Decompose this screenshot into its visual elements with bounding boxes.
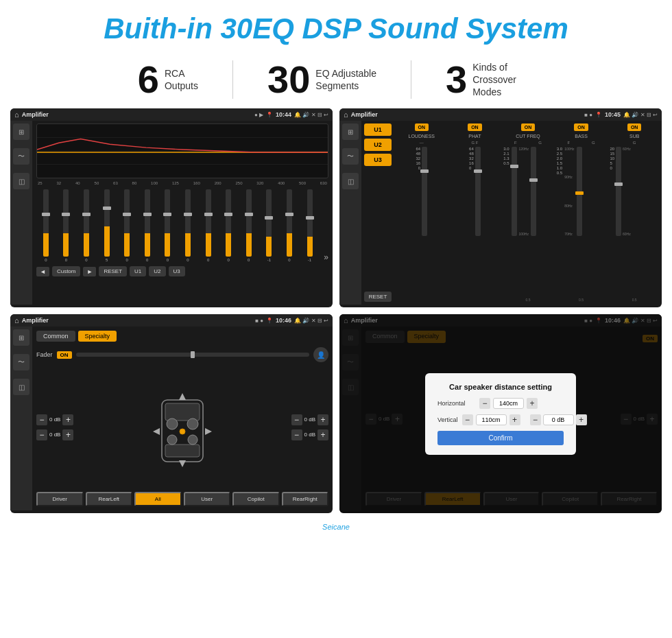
eq-u2-btn[interactable]: U2 bbox=[149, 266, 165, 276]
fader-on-badge[interactable]: ON bbox=[57, 351, 72, 359]
stat-crossover-number: 3 bbox=[446, 60, 467, 99]
stat-rca-number: 6 bbox=[138, 60, 159, 99]
eq-next-btn[interactable]: ► bbox=[83, 267, 96, 276]
fader-home-icon[interactable]: ⌂ bbox=[14, 316, 19, 324]
stat-rca-label: RCA Outputs bbox=[165, 67, 198, 92]
loudness-on-btn[interactable]: ON bbox=[415, 123, 429, 131]
bass-on-btn[interactable]: ON bbox=[574, 123, 588, 131]
eq-freq-labels: 2532405063 80100125160200 25032040050063… bbox=[36, 181, 328, 185]
home-icon[interactable]: ⌂ bbox=[14, 110, 19, 119]
amp-u2-btn[interactable]: U2 bbox=[364, 139, 392, 151]
fader-sidebar-btn-2[interactable]: 〜 bbox=[13, 354, 29, 370]
db-value[interactable]: 0 dB bbox=[543, 414, 574, 425]
eq-sidebar-btn-2[interactable]: 〜 bbox=[13, 148, 29, 165]
left-bot-plus[interactable]: + bbox=[62, 429, 73, 440]
profile-icon[interactable]: 👤 bbox=[313, 347, 328, 362]
cutfreq-on-btn[interactable]: ON bbox=[521, 123, 536, 131]
rearleft-btn[interactable]: RearLeft bbox=[86, 492, 133, 506]
amp-screen-content: ⊞ 〜 ◫ U1 U2 U3 RESET ON bbox=[339, 121, 662, 305]
sub-on-btn[interactable]: ON bbox=[627, 123, 642, 131]
horizontal-plus-btn[interactable]: + bbox=[527, 398, 538, 409]
eq-sliders: 0 0 bbox=[36, 188, 328, 263]
eq-u1-btn[interactable]: U1 bbox=[130, 266, 146, 276]
driver-btn[interactable]: Driver bbox=[36, 492, 84, 506]
vertical-label: Vertical bbox=[437, 416, 458, 423]
eq-u3-btn[interactable]: U3 bbox=[169, 266, 185, 276]
vertical-plus-btn[interactable]: + bbox=[509, 414, 520, 425]
horizontal-value[interactable]: 140cm bbox=[493, 398, 524, 409]
tab-specialty[interactable]: Specialty bbox=[78, 331, 117, 342]
fader-time: 10:46 bbox=[276, 317, 291, 324]
screen-amp: ⌂ Amplifier ■ ● 📍 10:45 🔔 🔊 ✕ ⊟ ↩ ⊞ 〜 ◫ … bbox=[339, 108, 662, 307]
right-db-controls: − 0 dB + − 0 dB + bbox=[291, 414, 328, 440]
amp-u1-btn[interactable]: U1 bbox=[364, 123, 392, 136]
horizontal-label: Horizontal bbox=[437, 400, 475, 407]
car-diagram bbox=[79, 379, 285, 475]
fader-tabs: Common Specialty bbox=[36, 331, 328, 342]
eq-prev-btn[interactable]: ◄ bbox=[36, 267, 49, 276]
eq-main: 2532405063 80100125160200 25032040050063… bbox=[32, 121, 333, 305]
eq-sidebar: ⊞ 〜 ◫ bbox=[10, 121, 32, 305]
amp-home-icon[interactable]: ⌂ bbox=[344, 110, 348, 119]
svg-marker-12 bbox=[179, 460, 186, 467]
page-title: Buith-in 30EQ DSP Sound System bbox=[0, 12, 672, 45]
eq-sidebar-btn-1[interactable]: ⊞ bbox=[13, 123, 29, 140]
vertical-minus-btn[interactable]: − bbox=[462, 414, 473, 425]
screen-eq: ⌂ Amplifier ● ▶ 📍 10:44 🔔 🔊 ✕ ⊟ ↩ ⊞ 〜 ◫ bbox=[10, 108, 333, 307]
db-plus-btn[interactable]: + bbox=[576, 414, 587, 425]
confirm-button[interactable]: Confirm bbox=[437, 431, 564, 445]
right-bot-plus[interactable]: + bbox=[317, 429, 328, 440]
dialog-title: Car speaker distance setting bbox=[437, 383, 564, 391]
eq-reset-btn[interactable]: RESET bbox=[99, 266, 127, 276]
fader-bottom-btns: Driver RearLeft All User Copilot RearRig… bbox=[36, 492, 328, 506]
amp-sidebar-btn-1[interactable]: ⊞ bbox=[342, 123, 359, 140]
right-top-plus[interactable]: + bbox=[317, 414, 328, 425]
svg-rect-4 bbox=[165, 403, 200, 421]
fader-track[interactable] bbox=[76, 353, 309, 357]
all-btn[interactable]: All bbox=[134, 492, 182, 506]
stat-crossover: 3 Kinds of Crossover Modes bbox=[411, 60, 568, 99]
eq-controls-row: ◄ Custom ► RESET U1 U2 U3 bbox=[36, 266, 328, 276]
fader-row: Fader ON 👤 bbox=[36, 347, 328, 362]
fader-status-bar: ⌂ Amplifier ■ ● 📍 10:46 🔔 🔊 ✕ ⊟ ↩ bbox=[10, 314, 333, 327]
dialog-vertical-row: Vertical − 110cm + − 0 dB + bbox=[437, 414, 564, 425]
amp-sidebar: ⊞ 〜 ◫ bbox=[339, 121, 361, 305]
left-bot-minus[interactable]: − bbox=[36, 429, 47, 440]
dialog-overlay: Car speaker distance setting Horizontal … bbox=[339, 314, 662, 513]
right-top-minus[interactable]: − bbox=[291, 414, 302, 425]
amp-u3-btn[interactable]: U3 bbox=[364, 154, 392, 166]
screenshots-grid: ⌂ Amplifier ● ▶ 📍 10:44 🔔 🔊 ✕ ⊟ ↩ ⊞ 〜 ◫ bbox=[0, 108, 672, 520]
tab-common[interactable]: Common bbox=[36, 331, 75, 342]
stat-eq: 30 EQ Adjustable Segments bbox=[233, 60, 411, 99]
svg-point-8 bbox=[167, 435, 177, 445]
svg-point-6 bbox=[167, 418, 178, 429]
fader-label: Fader bbox=[36, 351, 53, 358]
fader-sidebar: ⊞ 〜 ◫ bbox=[10, 327, 32, 510]
db-minus-btn[interactable]: − bbox=[530, 414, 541, 425]
left-db-controls: − 0 dB + − 0 dB + bbox=[36, 414, 73, 440]
vertical-value[interactable]: 110cm bbox=[476, 414, 507, 425]
stat-eq-label: EQ Adjustable Segments bbox=[315, 67, 376, 92]
fader-sidebar-btn-1[interactable]: ⊞ bbox=[13, 329, 29, 346]
speaker-layout: − 0 dB + − 0 dB + bbox=[36, 365, 328, 489]
copilot-btn[interactable]: Copilot bbox=[232, 492, 280, 506]
screen-distance: ⌂ Amplifier ■ ● 📍 10:46 🔔 🔊 ✕ ⊟ ↩ ⊞ 〜 ◫ … bbox=[339, 314, 662, 513]
amp-status-bar: ⌂ Amplifier ■ ● 📍 10:45 🔔 🔊 ✕ ⊟ ↩ bbox=[339, 108, 662, 121]
amp-sidebar-btn-3[interactable]: ◫ bbox=[342, 173, 359, 189]
stats-row: 6 RCA Outputs 30 EQ Adjustable Segments … bbox=[0, 52, 672, 108]
user-btn[interactable]: User bbox=[184, 492, 231, 506]
horizontal-control: − 140cm + bbox=[479, 398, 538, 409]
amp-u-buttons: U1 U2 U3 RESET bbox=[364, 123, 392, 302]
eq-sidebar-btn-3[interactable]: ◫ bbox=[13, 173, 29, 189]
left-top-minus[interactable]: − bbox=[36, 414, 47, 425]
horizontal-minus-btn[interactable]: − bbox=[479, 398, 490, 409]
stat-rca: 6 RCA Outputs bbox=[104, 60, 233, 99]
rearright-btn[interactable]: RearRight bbox=[282, 492, 329, 506]
fader-sidebar-btn-3[interactable]: ◫ bbox=[13, 379, 29, 395]
amp-reset-btn[interactable]: RESET bbox=[364, 292, 392, 302]
right-bot-minus[interactable]: − bbox=[291, 429, 302, 440]
svg-rect-5 bbox=[165, 445, 200, 457]
phat-on-btn[interactable]: ON bbox=[468, 123, 482, 131]
amp-sidebar-btn-2[interactable]: 〜 bbox=[342, 148, 359, 165]
left-top-plus[interactable]: + bbox=[62, 414, 73, 425]
